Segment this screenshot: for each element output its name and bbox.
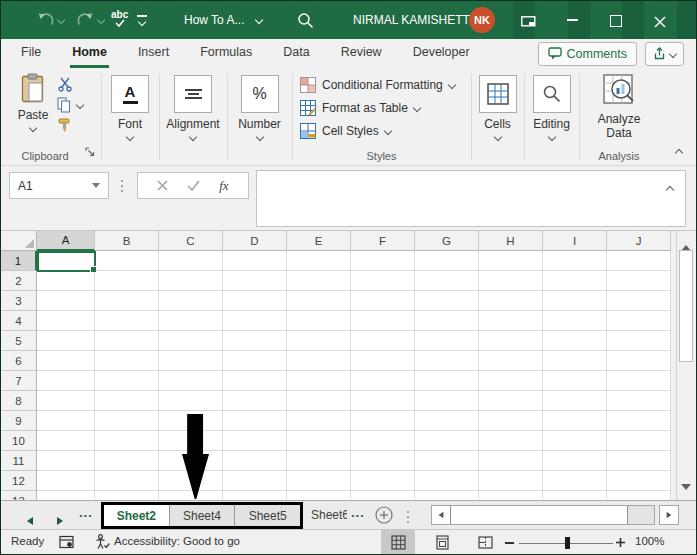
maximize-icon[interactable] <box>610 15 622 27</box>
cell-J2[interactable] <box>607 271 671 291</box>
cell-F11[interactable] <box>351 451 415 471</box>
cell-C4[interactable] <box>159 311 223 331</box>
row-header-6[interactable]: 6 <box>1 351 37 371</box>
cell-C5[interactable] <box>159 331 223 351</box>
cell-D13[interactable] <box>223 491 287 500</box>
alignment-dropdown-icon[interactable] <box>189 133 197 141</box>
cell-C1[interactable] <box>159 251 223 271</box>
cell-I6[interactable] <box>543 351 607 371</box>
row-header-11[interactable]: 11 <box>1 451 37 471</box>
zoom-out-icon[interactable] <box>505 542 514 544</box>
cell-B1[interactable] <box>95 251 159 271</box>
sheet-nav-right-icon[interactable] <box>57 511 63 529</box>
customize-quick-access-button[interactable] <box>137 15 147 25</box>
fill-handle[interactable] <box>90 266 97 273</box>
horizontal-scroll-track[interactable] <box>628 506 654 524</box>
cell-I3[interactable] <box>543 291 607 311</box>
row-header-2[interactable]: 2 <box>1 271 37 291</box>
cell-H5[interactable] <box>479 331 543 351</box>
copy-button[interactable] <box>57 97 71 117</box>
cell-A9[interactable] <box>37 411 95 431</box>
cell-E13[interactable] <box>287 491 351 500</box>
cell-B7[interactable] <box>95 371 159 391</box>
cell-E5[interactable] <box>287 331 351 351</box>
cell-F2[interactable] <box>351 271 415 291</box>
minimize-icon[interactable] <box>567 19 578 21</box>
tab-file[interactable]: File <box>19 39 43 68</box>
cell-J11[interactable] <box>607 451 671 471</box>
cell-I13[interactable] <box>543 491 607 500</box>
cell-F1[interactable] <box>351 251 415 271</box>
tab-formulas[interactable]: Formulas <box>198 39 254 68</box>
cell-styles-button[interactable]: Cell Styles <box>300 123 391 139</box>
cell-E11[interactable] <box>287 451 351 471</box>
row-header-13[interactable]: 13 <box>1 491 37 500</box>
cell-H8[interactable] <box>479 391 543 411</box>
search-button[interactable] <box>297 12 314 33</box>
cell-H2[interactable] <box>479 271 543 291</box>
cell-I10[interactable] <box>543 431 607 451</box>
macro-record-button[interactable] <box>59 535 74 551</box>
horizontal-scrollbar[interactable] <box>431 505 655 525</box>
cell-H7[interactable] <box>479 371 543 391</box>
cell-J8[interactable] <box>607 391 671 411</box>
scroll-right-button[interactable] <box>659 505 679 525</box>
vertical-scroll-thumb[interactable] <box>679 250 693 362</box>
page-layout-view-button[interactable] <box>425 530 459 555</box>
cell-D1[interactable] <box>223 251 287 271</box>
cell-H1[interactable] <box>479 251 543 271</box>
cell-F4[interactable] <box>351 311 415 331</box>
cell-A5[interactable] <box>37 331 95 351</box>
cell-I1[interactable] <box>543 251 607 271</box>
cell-H4[interactable] <box>479 311 543 331</box>
comments-button[interactable]: Comments <box>538 42 637 66</box>
scroll-left-icon[interactable] <box>432 506 450 524</box>
column-header-I[interactable]: I <box>543 231 607 251</box>
row-header-9[interactable]: 9 <box>1 411 37 431</box>
cell-F12[interactable] <box>351 471 415 491</box>
row-header-10[interactable]: 10 <box>1 431 37 451</box>
cell-B13[interactable] <box>95 491 159 500</box>
cell-G4[interactable] <box>415 311 479 331</box>
zoom-level[interactable]: 100% <box>635 535 664 547</box>
row-header-4[interactable]: 4 <box>1 311 37 331</box>
row-header-5[interactable]: 5 <box>1 331 37 351</box>
paste-dropdown-icon[interactable] <box>29 124 37 132</box>
row-header-3[interactable]: 3 <box>1 291 37 311</box>
document-title[interactable]: How To A... <box>184 1 262 39</box>
cell-H10[interactable] <box>479 431 543 451</box>
cell-A8[interactable] <box>37 391 95 411</box>
cell-I2[interactable] <box>543 271 607 291</box>
cell-J3[interactable] <box>607 291 671 311</box>
account-name[interactable]: NIRMAL KAMISHETTY <box>353 1 478 39</box>
name-box[interactable]: A1 <box>9 172 109 199</box>
cell-J10[interactable] <box>607 431 671 451</box>
cell-B11[interactable] <box>95 451 159 471</box>
cut-button[interactable] <box>58 77 72 96</box>
cell-J4[interactable] <box>607 311 671 331</box>
cell-G12[interactable] <box>415 471 479 491</box>
row-header-8[interactable]: 8 <box>1 391 37 411</box>
cell-F5[interactable] <box>351 331 415 351</box>
cell-E10[interactable] <box>287 431 351 451</box>
close-button[interactable] <box>654 14 666 32</box>
sheet-tab-sheet2[interactable]: Sheet2 <box>104 505 169 526</box>
editing-dropdown-icon[interactable] <box>547 133 555 141</box>
cell-D11[interactable] <box>223 451 287 471</box>
cell-D6[interactable] <box>223 351 287 371</box>
cell-E3[interactable] <box>287 291 351 311</box>
cell-D9[interactable] <box>223 411 287 431</box>
cell-G1[interactable] <box>415 251 479 271</box>
cell-A2[interactable] <box>37 271 95 291</box>
zoom-slider-thumb[interactable] <box>565 537 570 549</box>
number-button[interactable]: % <box>241 75 279 113</box>
vertical-scrollbar[interactable] <box>676 231 695 500</box>
cell-A11[interactable] <box>37 451 95 471</box>
cell-I8[interactable] <box>543 391 607 411</box>
cell-F13[interactable] <box>351 491 415 500</box>
row-header-7[interactable]: 7 <box>1 371 37 391</box>
cell-F6[interactable] <box>351 351 415 371</box>
undo-button[interactable] <box>37 12 64 27</box>
cell-C13[interactable] <box>159 491 223 500</box>
cell-H6[interactable] <box>479 351 543 371</box>
